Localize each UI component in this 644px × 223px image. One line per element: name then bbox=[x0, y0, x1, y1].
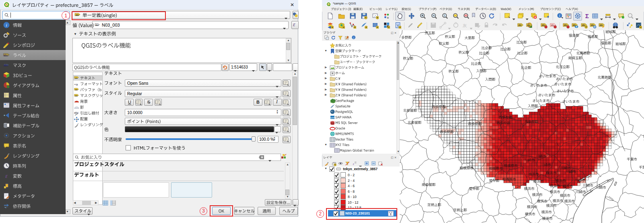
svg-text:abc: abc bbox=[564, 24, 568, 26]
svg-text:abc: abc bbox=[600, 24, 603, 26]
svg-text:abc: abc bbox=[74, 111, 79, 114]
svg-text:ε: ε bbox=[353, 162, 355, 166]
svg-text:1: 1 bbox=[444, 14, 445, 17]
svg-text:+a: +a bbox=[74, 83, 78, 86]
svg-text:abc: abc bbox=[582, 24, 586, 26]
svg-text:abc: abc bbox=[4, 54, 8, 56]
svg-text:abc: abc bbox=[75, 77, 78, 79]
svg-text:Σ: Σ bbox=[585, 13, 589, 19]
svg-text:a: a bbox=[387, 16, 389, 19]
svg-text:abc: abc bbox=[551, 24, 555, 26]
svg-text:abc: abc bbox=[75, 89, 78, 91]
svg-text:灰: 灰 bbox=[462, 23, 467, 28]
svg-text:i: i bbox=[559, 13, 560, 18]
svg-text:abc: abc bbox=[95, 24, 99, 26]
svg-text:abc: abc bbox=[4, 64, 8, 67]
svg-text:abc: abc bbox=[542, 24, 545, 26]
svg-text:ε: ε bbox=[5, 173, 8, 179]
svg-text:i: i bbox=[6, 23, 7, 27]
svg-text:abc: abc bbox=[75, 94, 78, 96]
svg-text:i: i bbox=[353, 36, 354, 40]
svg-text:SAP: SAP bbox=[330, 117, 335, 119]
svg-text:abc: abc bbox=[518, 24, 522, 26]
svg-text:abc: abc bbox=[527, 24, 531, 26]
